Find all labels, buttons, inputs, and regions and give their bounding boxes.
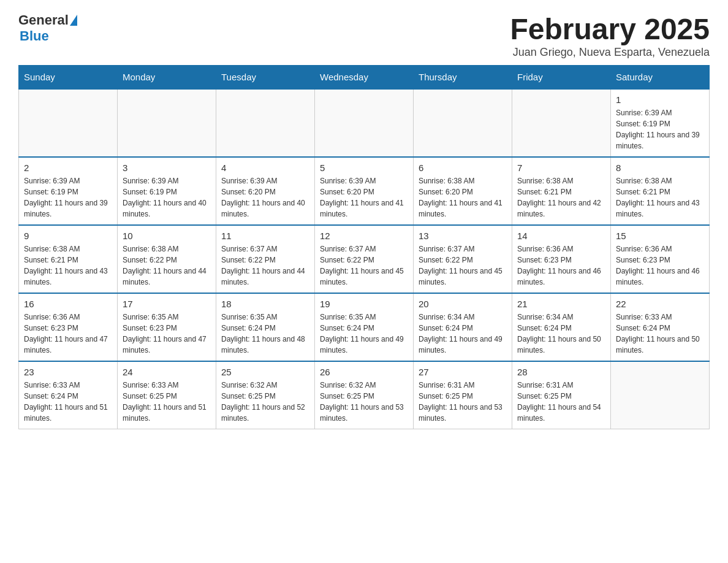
calendar-cell: 3Sunrise: 6:39 AMSunset: 6:19 PMDaylight…	[118, 157, 216, 225]
day-number: 4	[221, 163, 309, 173]
day-info: Sunrise: 6:39 AMSunset: 6:20 PMDaylight:…	[221, 175, 309, 220]
calendar-cell	[118, 89, 216, 157]
day-number: 22	[616, 299, 704, 309]
day-header-monday: Monday	[118, 66, 216, 90]
day-number: 3	[123, 163, 211, 173]
title-section: February 2025 Juan Griego, Nueva Esparta…	[510, 12, 710, 59]
calendar-cell: 14Sunrise: 6:36 AMSunset: 6:23 PMDayligh…	[512, 225, 611, 293]
day-number: 6	[419, 163, 507, 173]
day-number: 23	[24, 367, 112, 377]
day-number: 8	[616, 163, 704, 173]
day-info: Sunrise: 6:35 AMSunset: 6:24 PMDaylight:…	[320, 312, 408, 356]
day-number: 19	[320, 299, 408, 309]
day-number: 2	[24, 163, 112, 173]
calendar-cell: 17Sunrise: 6:35 AMSunset: 6:23 PMDayligh…	[118, 293, 216, 361]
calendar-cell: 28Sunrise: 6:31 AMSunset: 6:25 PMDayligh…	[512, 361, 611, 429]
calendar-cell: 24Sunrise: 6:33 AMSunset: 6:25 PMDayligh…	[118, 361, 216, 429]
calendar-cell: 21Sunrise: 6:34 AMSunset: 6:24 PMDayligh…	[512, 293, 611, 361]
day-info: Sunrise: 6:31 AMSunset: 6:25 PMDaylight:…	[517, 380, 605, 424]
day-number: 13	[419, 231, 507, 241]
calendar-cell: 10Sunrise: 6:38 AMSunset: 6:22 PMDayligh…	[118, 225, 216, 293]
day-info: Sunrise: 6:34 AMSunset: 6:24 PMDaylight:…	[517, 312, 605, 356]
calendar-cell: 1Sunrise: 6:39 AMSunset: 6:19 PMDaylight…	[611, 89, 710, 157]
day-header-friday: Friday	[512, 66, 611, 90]
day-info: Sunrise: 6:39 AMSunset: 6:20 PMDaylight:…	[320, 175, 408, 220]
calendar-cell: 13Sunrise: 6:37 AMSunset: 6:22 PMDayligh…	[414, 225, 512, 293]
day-number: 11	[221, 231, 309, 241]
day-number: 21	[517, 299, 605, 309]
day-info: Sunrise: 6:33 AMSunset: 6:24 PMDaylight:…	[24, 380, 112, 424]
day-number: 1	[616, 94, 704, 105]
day-number: 28	[517, 367, 605, 377]
calendar-cell	[315, 89, 414, 157]
day-info: Sunrise: 6:36 AMSunset: 6:23 PMDaylight:…	[24, 312, 112, 356]
day-info: Sunrise: 6:31 AMSunset: 6:25 PMDaylight:…	[419, 380, 507, 424]
calendar-cell	[216, 89, 315, 157]
day-info: Sunrise: 6:34 AMSunset: 6:24 PMDaylight:…	[419, 312, 507, 356]
day-number: 5	[320, 163, 408, 173]
day-number: 26	[320, 367, 408, 377]
calendar-table: SundayMondayTuesdayWednesdayThursdayFrid…	[18, 65, 710, 429]
calendar-cell: 16Sunrise: 6:36 AMSunset: 6:23 PMDayligh…	[19, 293, 118, 361]
day-number: 25	[221, 367, 309, 377]
day-info: Sunrise: 6:38 AMSunset: 6:21 PMDaylight:…	[24, 243, 112, 288]
calendar-week-2: 2Sunrise: 6:39 AMSunset: 6:19 PMDaylight…	[19, 157, 710, 225]
day-number: 10	[123, 231, 211, 241]
calendar-cell: 11Sunrise: 6:37 AMSunset: 6:22 PMDayligh…	[216, 225, 315, 293]
calendar-cell: 25Sunrise: 6:32 AMSunset: 6:25 PMDayligh…	[216, 361, 315, 429]
day-info: Sunrise: 6:39 AMSunset: 6:19 PMDaylight:…	[123, 175, 211, 220]
calendar-cell: 6Sunrise: 6:38 AMSunset: 6:20 PMDaylight…	[414, 157, 512, 225]
calendar-cell	[414, 89, 512, 157]
calendar-cell: 4Sunrise: 6:39 AMSunset: 6:20 PMDaylight…	[216, 157, 315, 225]
day-header-tuesday: Tuesday	[216, 66, 315, 90]
day-number: 24	[123, 367, 211, 377]
day-number: 18	[221, 299, 309, 309]
day-number: 14	[517, 231, 605, 241]
calendar-week-3: 9Sunrise: 6:38 AMSunset: 6:21 PMDaylight…	[19, 225, 710, 293]
calendar-week-4: 16Sunrise: 6:36 AMSunset: 6:23 PMDayligh…	[19, 293, 710, 361]
day-number: 17	[123, 299, 211, 309]
calendar-cell	[512, 89, 611, 157]
calendar-cell	[611, 361, 710, 429]
day-info: Sunrise: 6:36 AMSunset: 6:23 PMDaylight:…	[517, 243, 605, 288]
day-info: Sunrise: 6:38 AMSunset: 6:21 PMDaylight:…	[517, 175, 605, 220]
day-info: Sunrise: 6:32 AMSunset: 6:25 PMDaylight:…	[320, 380, 408, 424]
day-info: Sunrise: 6:35 AMSunset: 6:24 PMDaylight:…	[221, 312, 309, 356]
calendar-cell: 9Sunrise: 6:38 AMSunset: 6:21 PMDaylight…	[19, 225, 118, 293]
day-info: Sunrise: 6:39 AMSunset: 6:19 PMDaylight:…	[24, 175, 112, 220]
calendar-header-row: SundayMondayTuesdayWednesdayThursdayFrid…	[19, 66, 710, 90]
calendar-cell: 26Sunrise: 6:32 AMSunset: 6:25 PMDayligh…	[315, 361, 414, 429]
day-header-sunday: Sunday	[19, 66, 118, 90]
day-info: Sunrise: 6:35 AMSunset: 6:23 PMDaylight:…	[123, 312, 211, 356]
day-number: 15	[616, 231, 704, 241]
day-number: 7	[517, 163, 605, 173]
calendar-cell: 15Sunrise: 6:36 AMSunset: 6:23 PMDayligh…	[611, 225, 710, 293]
day-info: Sunrise: 6:39 AMSunset: 6:19 PMDaylight:…	[616, 107, 704, 151]
day-header-saturday: Saturday	[611, 66, 710, 90]
day-info: Sunrise: 6:33 AMSunset: 6:25 PMDaylight:…	[123, 380, 211, 424]
calendar-cell: 22Sunrise: 6:33 AMSunset: 6:24 PMDayligh…	[611, 293, 710, 361]
calendar-cell	[19, 89, 118, 157]
day-info: Sunrise: 6:38 AMSunset: 6:21 PMDaylight:…	[616, 175, 704, 220]
day-info: Sunrise: 6:37 AMSunset: 6:22 PMDaylight:…	[320, 243, 408, 288]
calendar-cell: 7Sunrise: 6:38 AMSunset: 6:21 PMDaylight…	[512, 157, 611, 225]
calendar-week-5: 23Sunrise: 6:33 AMSunset: 6:24 PMDayligh…	[19, 361, 710, 429]
calendar-cell: 2Sunrise: 6:39 AMSunset: 6:19 PMDaylight…	[19, 157, 118, 225]
day-number: 16	[24, 299, 112, 309]
day-number: 9	[24, 231, 112, 241]
day-number: 27	[419, 367, 507, 377]
calendar-cell: 5Sunrise: 6:39 AMSunset: 6:20 PMDaylight…	[315, 157, 414, 225]
day-number: 20	[419, 299, 507, 309]
day-header-thursday: Thursday	[414, 66, 512, 90]
day-info: Sunrise: 6:36 AMSunset: 6:23 PMDaylight:…	[616, 243, 704, 288]
calendar-cell: 18Sunrise: 6:35 AMSunset: 6:24 PMDayligh…	[216, 293, 315, 361]
day-info: Sunrise: 6:37 AMSunset: 6:22 PMDaylight:…	[221, 243, 309, 288]
calendar-cell: 19Sunrise: 6:35 AMSunset: 6:24 PMDayligh…	[315, 293, 414, 361]
day-info: Sunrise: 6:38 AMSunset: 6:20 PMDaylight:…	[419, 175, 507, 220]
logo-text-blue: Blue	[20, 28, 49, 44]
month-title: February 2025	[510, 12, 710, 46]
day-info: Sunrise: 6:38 AMSunset: 6:22 PMDaylight:…	[123, 243, 211, 288]
day-header-wednesday: Wednesday	[315, 66, 414, 90]
logo: General Blue	[18, 12, 77, 44]
day-info: Sunrise: 6:32 AMSunset: 6:25 PMDaylight:…	[221, 380, 309, 424]
